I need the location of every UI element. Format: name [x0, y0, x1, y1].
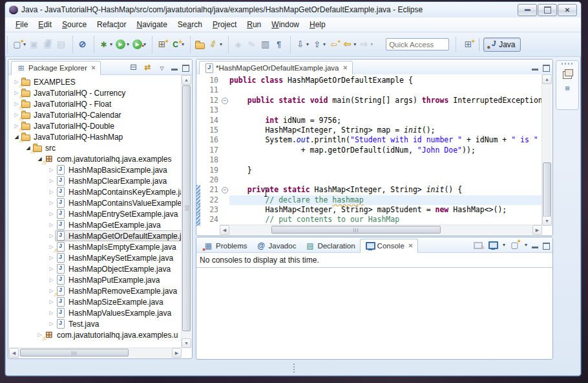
open-console-button[interactable] [510, 241, 520, 250]
window-maximize-button[interactable] [538, 4, 557, 16]
tree-item[interactable]: ◢⚠JavaTutorialHQ-HashMap [9, 131, 182, 142]
code-line[interactable]: 24 // put contents to our HashMap [196, 215, 542, 224]
display-selected-console-button[interactable] [488, 241, 498, 250]
tree-item[interactable]: ▷⚠HashMapEntrySetExample.java [9, 208, 182, 219]
maximize-view-button[interactable] [182, 65, 189, 72]
tab-declaration[interactable]: Declaration [300, 239, 359, 252]
search-button[interactable]: ▾ [207, 38, 224, 51]
code-line[interactable]: 23 HashMap<Integer, String> mapStudent =… [196, 205, 542, 215]
menu-refactor[interactable]: Refactor [92, 18, 131, 31]
show-whitespace-button[interactable] [272, 38, 286, 51]
tree-item[interactable]: ▷⚠JavaTutorialHQ - Currency [9, 87, 182, 98]
expand-arrow-icon[interactable]: ▷ [48, 200, 55, 206]
new-java-class-button[interactable]: ▾ [169, 38, 185, 51]
code-line[interactable]: 19 } [196, 166, 542, 175]
tree-item[interactable]: ▷⚠HashMapGetOrDefaultExample.java [9, 230, 182, 241]
expand-arrow-icon[interactable]: ▷ [48, 233, 55, 239]
expand-arrow-icon[interactable]: ▷ [48, 255, 55, 261]
tab-editor-hashmapgetordefaultexample[interactable]: *HashMapGetOrDefaultExample.java ✕ [199, 61, 353, 75]
menu-search[interactable]: Search [173, 18, 207, 31]
code-line[interactable]: 13 [196, 105, 542, 115]
maximize-console-button[interactable] [543, 243, 550, 250]
title-bar[interactable]: Java - JavaTutorialHQ-HashMap/src/com/ja… [5, 2, 581, 17]
expand-arrow-icon[interactable]: ▷ [48, 277, 55, 283]
open-resource-button[interactable] [193, 37, 207, 52]
tree-item[interactable]: ▷⚠com.javatutorialhq.java.examples.u [9, 329, 182, 340]
code-line[interactable]: 10public class HashMapGetOrDefaultExampl… [196, 76, 542, 85]
minimize-console-button[interactable] [532, 246, 538, 248]
previous-annotation-button[interactable]: ▾ [310, 38, 327, 51]
link-with-editor-button[interactable] [143, 62, 152, 72]
expand-arrow-icon[interactable]: ▷ [48, 321, 55, 327]
expand-arrow-icon[interactable]: ▷ [48, 189, 55, 195]
external-tools-button[interactable]: ▾ [131, 38, 147, 51]
tree-item[interactable]: ▷⚠HashMapContainsKeyExample.java [9, 186, 182, 197]
statusbar-drag-handle-icon[interactable] [293, 364, 295, 365]
run-button[interactable]: ▾ [114, 38, 131, 51]
tree-item[interactable]: ▷⚠HashMapBasicExample.java [9, 164, 182, 175]
menu-edit[interactable]: Edit [33, 18, 57, 31]
tree-item[interactable]: ▷⚠JavaTutorialHQ - Float [9, 98, 182, 109]
minimize-view-button[interactable] [171, 69, 178, 71]
code-line[interactable]: 20 [196, 175, 542, 185]
fold-marker-icon[interactable] [221, 185, 229, 195]
close-tab-icon[interactable]: ✕ [408, 243, 414, 249]
editor-body[interactable]: 10public class HashMapGetOrDefaultExampl… [196, 74, 552, 235]
display-console-dropdown-icon[interactable]: ▾ [503, 242, 505, 248]
new-java-project-button[interactable] [155, 38, 169, 51]
expand-arrow-icon[interactable]: ▷ [48, 167, 55, 173]
tab-console[interactable]: Console✕ [360, 239, 419, 253]
close-editor-icon[interactable]: ✕ [342, 65, 348, 71]
tree-item[interactable]: ▷⚠EXAMPLES [9, 76, 182, 87]
drag-handle[interactable] [562, 63, 573, 65]
menu-navigate[interactable]: Navigate [131, 18, 172, 31]
code-line[interactable]: 11 [196, 85, 542, 95]
open-console-dropdown-icon[interactable]: ▾ [525, 242, 527, 248]
expand-arrow-icon[interactable]: ▷ [48, 211, 55, 217]
code-lines[interactable]: 10public class HashMapGetOrDefaultExampl… [196, 74, 542, 226]
tree-item[interactable]: ▷⚠HashMapRemoveExample.java [9, 285, 182, 296]
restore-view-icon[interactable] [563, 71, 572, 79]
skip-all-breakpoints-button[interactable] [76, 38, 89, 51]
tree-item[interactable]: ▷⚠HashMapGetExample.java [9, 219, 182, 230]
tree-item[interactable]: ▷⚠HashMapSizeExample.java [9, 296, 182, 307]
expand-arrow-icon[interactable]: ▷ [48, 299, 55, 305]
outline-view-icon[interactable] [565, 83, 570, 93]
code-line[interactable]: 21 private static HashMap<Integer, Strin… [196, 185, 542, 195]
tree-item[interactable]: ▷⚠HashMapClearExample.java [9, 175, 182, 186]
editor-horizontal-scrollbar[interactable]: ◀ ▶ [220, 224, 542, 235]
tree-item[interactable]: ▷⚠HashMapValuesExample.java [9, 307, 182, 318]
show-source-button[interactable] [258, 38, 272, 51]
package-explorer-vertical-scrollbar[interactable]: ▲ ▼ [181, 75, 191, 348]
tree-item[interactable]: ▷⚠HashMapPutExample.java [9, 274, 182, 285]
quick-access-input[interactable] [386, 38, 449, 50]
expand-arrow-icon[interactable]: ▷ [48, 310, 55, 316]
tree-item[interactable]: ◢⚠com.javatutorialhq.java.examples [9, 153, 182, 164]
menu-run[interactable]: Run [242, 18, 266, 31]
tree-item[interactable]: ▷⚠JavaTutorialHQ-Double [9, 120, 182, 131]
editor-vertical-scrollbar[interactable]: ▲ ▼ [541, 74, 552, 226]
tree-item[interactable]: ▷⚠HashMapObjectExample.java [9, 263, 182, 274]
expand-arrow-icon[interactable]: ▷ [48, 178, 55, 184]
expand-arrow-icon[interactable]: ▷ [48, 266, 55, 272]
open-perspective-button[interactable] [461, 38, 475, 51]
code-line[interactable]: 17 + map.getOrDefault(idNum, "John Doe")… [196, 146, 542, 155]
new-wizard-button[interactable]: ▾ [10, 38, 27, 51]
tree-item[interactable]: ▷⚠HashMapKeySetExample.java [9, 252, 182, 263]
last-edit-location-button[interactable] [327, 38, 341, 51]
close-view-icon[interactable]: ✕ [91, 65, 96, 71]
menu-help[interactable]: Help [304, 18, 331, 31]
java-perspective-button[interactable]: Java [483, 38, 520, 52]
window-minimize-button[interactable] [518, 4, 537, 16]
code-line[interactable]: 12 public static void main(String[] args… [196, 96, 542, 105]
expand-arrow-icon[interactable]: ▷ [48, 222, 55, 228]
code-line[interactable]: 14 int idNum = 9756; [196, 116, 542, 126]
debug-button[interactable]: ▾ [97, 38, 114, 51]
tab-javadoc[interactable]: Javadoc [252, 239, 301, 252]
menu-file[interactable]: File [10, 18, 33, 31]
fold-marker-icon[interactable] [221, 96, 229, 105]
tree-item[interactable]: ◢⚠src [9, 142, 182, 153]
tree-item[interactable]: ▷⚠Test.java [9, 318, 182, 329]
menu-source[interactable]: Source [57, 18, 92, 31]
code-line[interactable]: 16 System.out.println("Student with id n… [196, 135, 542, 145]
